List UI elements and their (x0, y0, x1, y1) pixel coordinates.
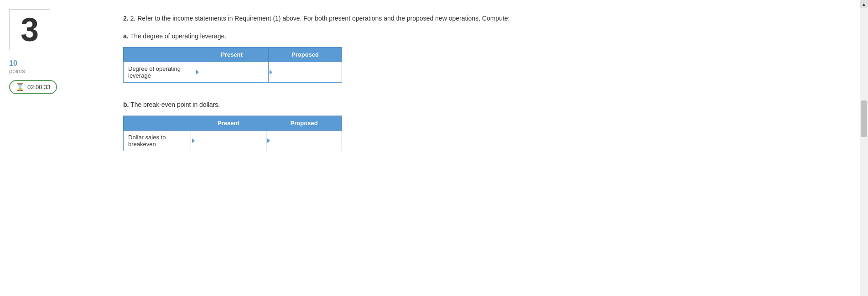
scrollbar[interactable]: ▲ (860, 0, 868, 296)
timer-badge: ⌛ 02:08:33 (9, 80, 57, 94)
sub-a-header-present: Present (195, 48, 269, 62)
sub-a-text: The degree of operating leverage. (130, 32, 226, 40)
sub-b-header-row: Present Proposed (124, 116, 342, 131)
dollar-sales-present-cell[interactable] (191, 131, 266, 151)
question-number-label: 2. (123, 15, 129, 22)
sub-b-header-present: Present (191, 116, 266, 131)
present-triangle-icon (196, 70, 199, 74)
sub-a-header-row: Present Proposed (124, 48, 342, 62)
question-intro: 2. 2. Refer to the income statements in … (123, 14, 842, 23)
question-intro-text: 2. Refer to the income statements in Req… (130, 15, 510, 22)
timer-text: 02:08:33 (27, 84, 51, 90)
sub-b-header-proposed: Proposed (266, 116, 342, 131)
sub-a-label: a. The degree of operating leverage. (123, 32, 842, 40)
sub-b-table-container: Present Proposed Dollar sales to breakev… (123, 116, 342, 151)
degree-present-input[interactable] (200, 69, 264, 76)
sub-a-header-label (124, 48, 195, 62)
left-sidebar: 3 10 points ⌛ 02:08:33 (0, 0, 105, 296)
proposed-triangle-icon (270, 70, 272, 74)
row-label-dollar-sales: Dollar sales to breakeven (124, 131, 191, 151)
question-number-box: 3 (9, 9, 50, 50)
dollar-sales-proposed-cell[interactable] (266, 131, 342, 151)
scrollbar-up-arrow[interactable]: ▲ (860, 0, 868, 8)
dollar-present-triangle-icon (192, 138, 195, 143)
dollar-sales-proposed-input[interactable] (271, 137, 337, 144)
points-value: 10 (9, 59, 17, 68)
row-label-degree: Degree of operating leverage (124, 62, 195, 83)
sub-a-table-container: Present Proposed Degree of operating lev… (123, 47, 342, 83)
sub-b-text: The break-even point in dollars. (130, 101, 220, 108)
dollar-sales-present-input[interactable] (196, 137, 262, 144)
sub-a-table: Present Proposed Degree of operating lev… (123, 47, 342, 83)
sub-a-header-proposed: Proposed (269, 48, 342, 62)
sub-b-letter: b. (123, 101, 129, 108)
sub-b-table: Present Proposed Dollar sales to breakev… (123, 116, 342, 151)
scrollbar-thumb[interactable] (861, 100, 867, 137)
sub-a-letter: a. (123, 32, 129, 40)
table-row: Dollar sales to breakeven (124, 131, 342, 151)
page-wrapper: 3 10 points ⌛ 02:08:33 2. 2. Refer to th… (0, 0, 868, 296)
degree-proposed-input[interactable] (273, 69, 337, 76)
sub-b-header-label (124, 116, 191, 131)
table-row: Degree of operating leverage (124, 62, 342, 83)
sub-b-label: b. The break-even point in dollars. (123, 101, 842, 108)
degree-proposed-cell[interactable] (269, 62, 342, 83)
main-content: 2. 2. Refer to the income statements in … (105, 0, 860, 296)
points-label: points (9, 68, 25, 74)
question-number: 3 (21, 13, 39, 46)
dollar-proposed-triangle-icon (267, 138, 270, 143)
hourglass-icon: ⌛ (16, 83, 25, 91)
degree-present-cell[interactable] (195, 62, 269, 83)
